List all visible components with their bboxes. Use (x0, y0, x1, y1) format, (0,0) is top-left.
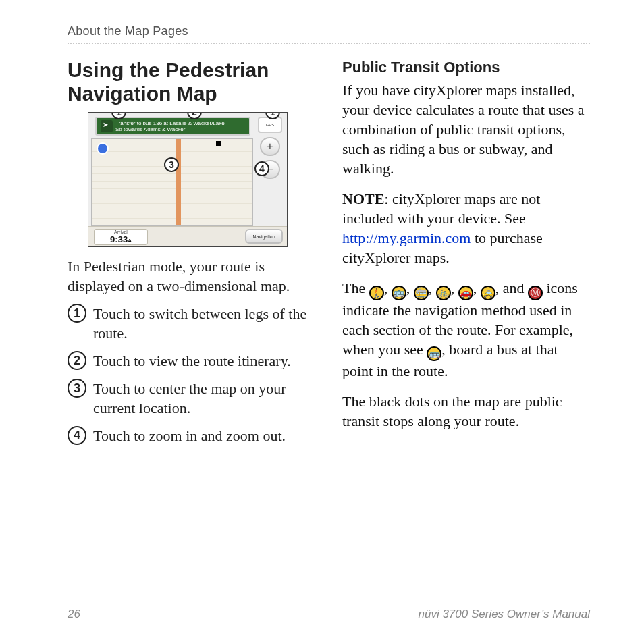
note-paragraph: NOTE: cityXplorer maps are not included … (342, 189, 590, 267)
bus-icon-example: 🚌 (427, 346, 441, 361)
transfer-instruction: Transfer to bus 136 at Lasalle & Wacker/… (115, 120, 226, 132)
callout-number-icon: 4 (68, 426, 86, 445)
arrival-box[interactable]: Arrival 9:33A (94, 229, 148, 245)
car-icon: 🚗 (458, 286, 473, 300)
tram-icon: 🚋 (414, 286, 429, 300)
zoom-in-button[interactable]: + (260, 137, 280, 156)
manual-page: About the Map Pages Using the Pedestrian… (0, 0, 644, 644)
transit-paragraph: If you have cityXplorer maps installed, … (342, 80, 590, 178)
turn-arrow-icon (101, 120, 113, 132)
garmin-link[interactable]: http://my.garmin.com (342, 230, 471, 246)
current-location-marker[interactable] (97, 142, 109, 155)
callout-list: 1 Touch to switch between legs of the ro… (68, 304, 315, 446)
page-footer: 26 nüvi 3700 Series Owner’s Manual (68, 608, 590, 621)
icons-and: , and (495, 279, 528, 296)
callout-text: Touch to zoom in and zoom out. (93, 426, 286, 446)
icons-paragraph: The 🚶, 🚌, 🚋, 🚲, 🚗, 🚕, and Ⓜ icons indica… (342, 278, 590, 381)
transit-stops-paragraph: The black dots on the map are public tra… (342, 392, 590, 431)
callout-text: Touch to center the map on your current … (93, 379, 315, 418)
navigation-label: Navigation (252, 234, 275, 239)
page-number: 26 (68, 608, 80, 621)
callout-marker-4: 4 (254, 161, 269, 176)
callout-item: 3 Touch to center the map on your curren… (68, 379, 315, 418)
section-heading: Using the Pedestrian Navigation Map (68, 59, 315, 105)
navigation-button[interactable]: Navigation (245, 229, 283, 244)
right-column: Public Transit Options If you have cityX… (342, 59, 590, 454)
intro-paragraph: In Pedestrian mode, your route is displa… (68, 257, 315, 296)
arrival-label: Arrival (114, 230, 128, 234)
callout-number-icon: 1 (68, 304, 86, 323)
pedestrian-map-screenshot: Transfer to bus 136 at Lasalle & Wacker/… (88, 112, 288, 247)
book-title: nüvi 3700 Series Owner’s Manual (418, 608, 590, 621)
left-column: Using the Pedestrian Navigation Map Tran… (68, 59, 315, 454)
callout-item: 2 Touch to view the route itinerary. (68, 351, 315, 371)
taxi-icon: 🚕 (481, 286, 495, 300)
callout-number-icon: 2 (68, 351, 86, 370)
gps-signal-icon[interactable]: GPS (258, 117, 282, 133)
callout-number-icon: 3 (68, 379, 86, 398)
bus-icon: 🚌 (392, 286, 406, 300)
callout-item: 4 Touch to zoom in and zoom out. (68, 426, 315, 446)
subsection-heading: Public Transit Options (342, 59, 590, 76)
callout-marker-3: 3 (164, 157, 179, 172)
callout-text: Touch to view the route itinerary. (93, 351, 291, 371)
two-column-layout: Using the Pedestrian Navigation Map Tran… (68, 59, 590, 454)
walk-icon: 🚶 (369, 286, 384, 300)
route-itinerary-bar[interactable]: Transfer to bus 136 at Lasalle & Wacker/… (95, 117, 250, 136)
note-label: NOTE (342, 190, 384, 207)
breadcrumb: About the Map Pages (68, 24, 590, 38)
divider (68, 43, 590, 44)
arrival-time: 9:33A (110, 234, 132, 244)
subway-icon: Ⓜ (528, 286, 543, 300)
destination-flag-icon (216, 141, 221, 146)
callout-text: Touch to switch between legs of the rout… (93, 304, 315, 343)
icons-lead: The (342, 279, 369, 296)
callout-item: 1 Touch to switch between legs of the ro… (68, 304, 315, 343)
bike-icon: 🚲 (436, 286, 451, 300)
map-view[interactable] (91, 138, 253, 226)
